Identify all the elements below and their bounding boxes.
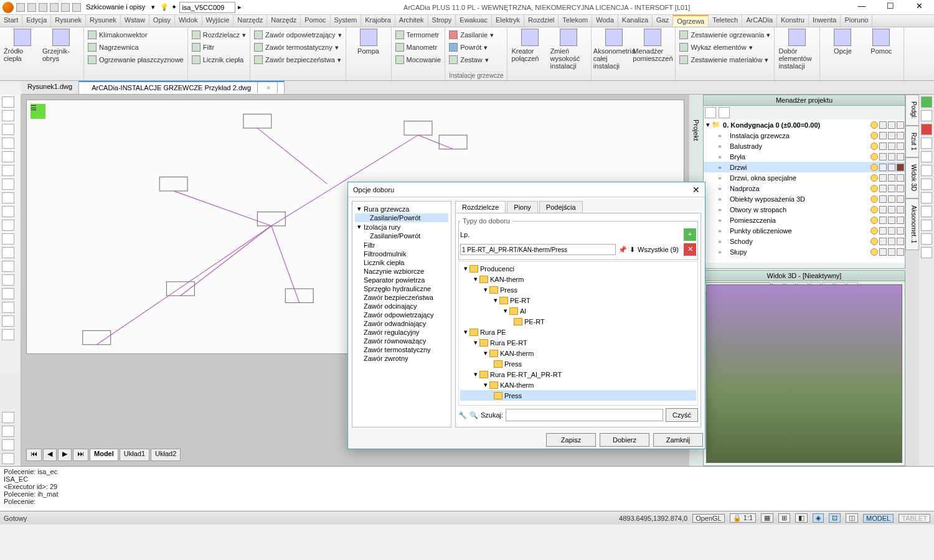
tree-pert-2[interactable]: PE-RT xyxy=(460,316,696,327)
qat-new-icon[interactable] xyxy=(16,3,25,12)
rtool-8-icon[interactable] xyxy=(921,220,932,231)
tree-item[interactable]: ▫Punkty obliczeniowe xyxy=(704,225,905,236)
tool-line-icon[interactable] xyxy=(2,96,14,108)
del-row-button[interactable]: ✕ xyxy=(684,243,696,256)
ribbon-tab[interactable]: ArCADia xyxy=(742,15,777,27)
tree-kantherm-2[interactable]: ▾KAN-therm xyxy=(460,348,696,358)
btn-zawor-bezpieczenstwa[interactable]: Zawór bezpieczeństwa ▾ xyxy=(254,54,342,66)
tree-item[interactable]: ▫Schody xyxy=(704,236,905,246)
search-input[interactable] xyxy=(506,409,663,421)
panel-tool-2-icon[interactable] xyxy=(719,107,730,118)
ribbon-tab[interactable]: Pomoc xyxy=(301,15,330,27)
list-item-zasilanie-1[interactable]: Zasilanie/Powrót xyxy=(355,213,448,222)
ribbon-tab[interactable]: Narzędz xyxy=(234,15,267,27)
list-item[interactable]: Filtroodmulnik xyxy=(357,250,446,258)
tool-pan-icon[interactable] xyxy=(2,439,14,450)
ribbon-tab[interactable]: Widok xyxy=(175,15,202,27)
ribbon-tab[interactable]: Kanaliza xyxy=(618,15,653,27)
btn-zestaw[interactable]: Zestaw ▾ xyxy=(449,54,503,66)
tree-item[interactable]: ▫Instalacja grzewcza xyxy=(704,130,905,141)
tree-rura-pert[interactable]: ▾Rura PE-RT xyxy=(460,337,696,348)
btn-powrot[interactable]: Powrót ▾ xyxy=(449,41,503,54)
tool-rect-icon[interactable] xyxy=(2,220,14,231)
sheet-tab-model[interactable]: Model xyxy=(90,449,118,461)
list-item[interactable]: Zawór równoważący xyxy=(357,337,446,345)
tool-polyline-icon[interactable] xyxy=(2,110,14,121)
btn-ogrzewanie-plaszczyznowe[interactable]: Ogrzewanie płaszczyznowe xyxy=(88,54,184,66)
sheet-tab-uklad1[interactable]: Układ1 xyxy=(120,449,149,461)
search-tool-2-icon[interactable]: 🔍 xyxy=(469,411,478,419)
btn-zawor-odpowietrzajacy[interactable]: Zawór odpowietrzający ▾ xyxy=(254,29,342,41)
rtool-6-icon[interactable] xyxy=(921,192,932,203)
list-hdr-rura[interactable]: ▾ Rura grzewcza xyxy=(355,204,448,213)
zapisz-button[interactable]: Zapisz xyxy=(546,433,596,447)
menu-dropdown-icon[interactable]: ▾ xyxy=(151,3,155,11)
qat-redo-icon[interactable] xyxy=(72,3,81,12)
close-button[interactable]: ✕ xyxy=(907,1,932,14)
status-scale[interactable]: 🔒 1:1 xyxy=(730,513,756,523)
command-line[interactable]: Polecenie: isa_ec ISA_EC <Executor id>: … xyxy=(0,466,934,511)
list-hdr-izolacja[interactable]: ▾ Izolacja rury xyxy=(355,222,448,231)
rtool-3-icon[interactable] xyxy=(921,151,932,162)
tool-zoom-extents-icon[interactable] xyxy=(2,412,14,423)
pin-icon[interactable]: 📌 xyxy=(618,246,627,254)
tool-arc-icon[interactable] xyxy=(2,124,14,135)
search-dropdown-icon[interactable]: ▸ xyxy=(238,3,242,11)
rtool-10-icon[interactable] xyxy=(921,247,932,258)
btn-mocowanie[interactable]: Mocowanie xyxy=(395,54,441,66)
tree-item[interactable]: ▫Pomieszczenia xyxy=(704,215,905,225)
list-item[interactable]: Zawór regulacyjny xyxy=(357,328,446,337)
list-item[interactable]: Zawór zwrotny xyxy=(357,354,446,363)
menu-sketching[interactable]: Szkicowanie i opisy xyxy=(86,3,145,11)
rtool-9-icon[interactable] xyxy=(921,233,932,245)
ribbon-tab[interactable]: Narzędz xyxy=(267,15,301,27)
tree-item[interactable]: ▫Balustrady xyxy=(704,141,905,151)
ribbon-tab[interactable]: Start xyxy=(0,15,22,27)
btn-termometr[interactable]: Termometr xyxy=(395,29,441,41)
btn-pompa[interactable]: Pompa xyxy=(350,29,387,79)
list-item[interactable]: Licznik ciepła xyxy=(357,258,446,267)
status-snap-6[interactable]: ◫ xyxy=(846,513,858,523)
tree-item[interactable]: ▫Otwory w stropach xyxy=(704,204,905,215)
ribbon-tab[interactable]: Rysunek xyxy=(86,15,121,27)
ribbon-tab[interactable]: Edycja xyxy=(22,15,51,27)
tree-press-1[interactable]: ▾Press xyxy=(460,284,696,295)
dlg-tab-rozdzielcze[interactable]: Rozdzielcze xyxy=(455,201,506,213)
ribbon-tab[interactable]: Woda xyxy=(592,15,618,27)
btn-manometr[interactable]: Manometr xyxy=(395,41,441,54)
side-tab-widok3d[interactable]: Widok 3D xyxy=(905,157,919,198)
status-model[interactable]: MODEL xyxy=(863,514,894,523)
tree-item[interactable]: ▫Drzwi, okna specjalne xyxy=(704,172,905,183)
ribbon-tab[interactable]: Teletech xyxy=(709,15,742,27)
btn-zmien-wysokosc[interactable]: Zmień wysokość instalacji xyxy=(550,29,587,79)
minimize-button[interactable]: — xyxy=(849,1,874,14)
ribbon-tab[interactable]: Krajobra xyxy=(361,15,395,27)
ribbon-tab[interactable]: System xyxy=(331,15,362,27)
side-tab-podglad[interactable]: Podgl. xyxy=(905,95,919,126)
tool-ring-icon[interactable] xyxy=(2,192,14,203)
tool-circle-icon[interactable] xyxy=(2,165,14,176)
qat-print-icon[interactable] xyxy=(50,3,59,12)
status-snap-5[interactable]: ⊡ xyxy=(829,513,841,523)
clear-button[interactable]: Czyść xyxy=(666,408,698,422)
btn-filtr[interactable]: Filtr xyxy=(192,41,246,54)
btn-wykaz-elementow[interactable]: Wykaz elementów ▾ xyxy=(679,41,770,54)
panel-tool-1-icon[interactable] xyxy=(705,107,716,118)
btn-dobor-elementow[interactable]: Dobór elementów instalacji xyxy=(778,29,816,79)
tool-spline-icon[interactable] xyxy=(2,151,14,162)
tree-producenci[interactable]: ▾Producenci xyxy=(460,263,696,274)
view3d-canvas[interactable] xyxy=(706,284,902,463)
btn-zrodlo-ciepla[interactable]: Źródło ciepła xyxy=(4,29,41,79)
tool-curve-icon[interactable] xyxy=(2,138,14,149)
dobierz-button[interactable]: Dobierz xyxy=(600,433,649,447)
ribbon-tab[interactable]: Ogrzewa xyxy=(673,15,709,27)
btn-zestawienie-ogrzewania[interactable]: Zestawienie ogrzewania ▾ xyxy=(679,29,770,41)
ribbon-tab[interactable]: Pioruno xyxy=(841,15,872,27)
tree-press-3[interactable]: Press xyxy=(460,390,696,401)
tree-item[interactable]: ▫Drzwi xyxy=(704,162,905,172)
btn-kreator-polaczen[interactable]: Kreator połączeń xyxy=(511,29,549,79)
list-item-zasilanie-2[interactable]: Zasilanie/Powrót xyxy=(355,231,448,240)
side-tab-rzut1[interactable]: Rzut 1 xyxy=(905,126,919,157)
qat-undo-icon[interactable] xyxy=(61,3,70,12)
ribbon-tab[interactable]: Rysunek xyxy=(51,15,86,27)
